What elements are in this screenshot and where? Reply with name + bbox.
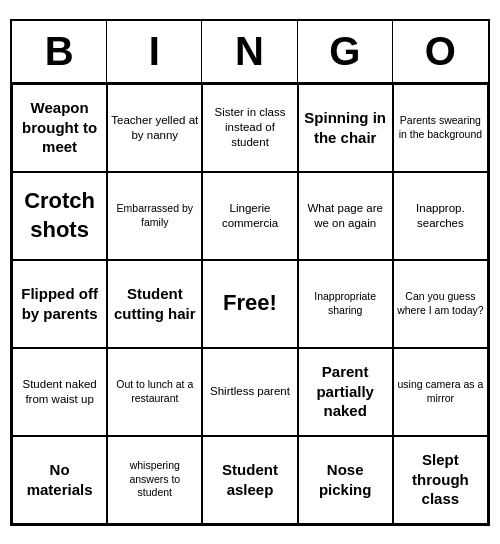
bingo-cell-19[interactable]: using camera as a mirror — [393, 348, 488, 436]
bingo-cell-22[interactable]: Student asleep — [202, 436, 297, 524]
bingo-cell-3[interactable]: Spinning in the chair — [298, 84, 393, 172]
bingo-cell-5[interactable]: Crotch shots — [12, 172, 107, 260]
bingo-cell-17[interactable]: Shirtless parent — [202, 348, 297, 436]
bingo-cell-1[interactable]: Teacher yelled at by nanny — [107, 84, 202, 172]
bingo-cell-11[interactable]: Student cutting hair — [107, 260, 202, 348]
bingo-cell-23[interactable]: Nose picking — [298, 436, 393, 524]
bingo-cell-14[interactable]: Can you guess where I am today? — [393, 260, 488, 348]
bingo-letter-i: I — [107, 21, 202, 82]
bingo-cell-2[interactable]: Sister in class instead of student — [202, 84, 297, 172]
bingo-cell-7[interactable]: Lingerie commercia — [202, 172, 297, 260]
bingo-letter-n: N — [202, 21, 297, 82]
bingo-letter-o: O — [393, 21, 488, 82]
bingo-card: BINGO Weapon brought to meetTeacher yell… — [10, 19, 490, 526]
bingo-letter-g: G — [298, 21, 393, 82]
bingo-cell-9[interactable]: Inapprop. searches — [393, 172, 488, 260]
bingo-cell-24[interactable]: Slept through class — [393, 436, 488, 524]
bingo-cell-10[interactable]: Flipped off by parents — [12, 260, 107, 348]
bingo-cell-13[interactable]: Inappropriate sharing — [298, 260, 393, 348]
bingo-cell-0[interactable]: Weapon brought to meet — [12, 84, 107, 172]
bingo-cell-6[interactable]: Embarrassed by family — [107, 172, 202, 260]
bingo-cell-12[interactable]: Free! — [202, 260, 297, 348]
bingo-cell-18[interactable]: Parent partially naked — [298, 348, 393, 436]
bingo-cell-21[interactable]: whispering answers to student — [107, 436, 202, 524]
bingo-grid: Weapon brought to meetTeacher yelled at … — [12, 84, 488, 524]
bingo-letter-b: B — [12, 21, 107, 82]
bingo-cell-15[interactable]: Student naked from waist up — [12, 348, 107, 436]
bingo-header: BINGO — [12, 21, 488, 84]
bingo-cell-16[interactable]: Out to lunch at a restaurant — [107, 348, 202, 436]
bingo-cell-4[interactable]: Parents swearing in the background — [393, 84, 488, 172]
bingo-cell-8[interactable]: What page are we on again — [298, 172, 393, 260]
bingo-cell-20[interactable]: No materials — [12, 436, 107, 524]
